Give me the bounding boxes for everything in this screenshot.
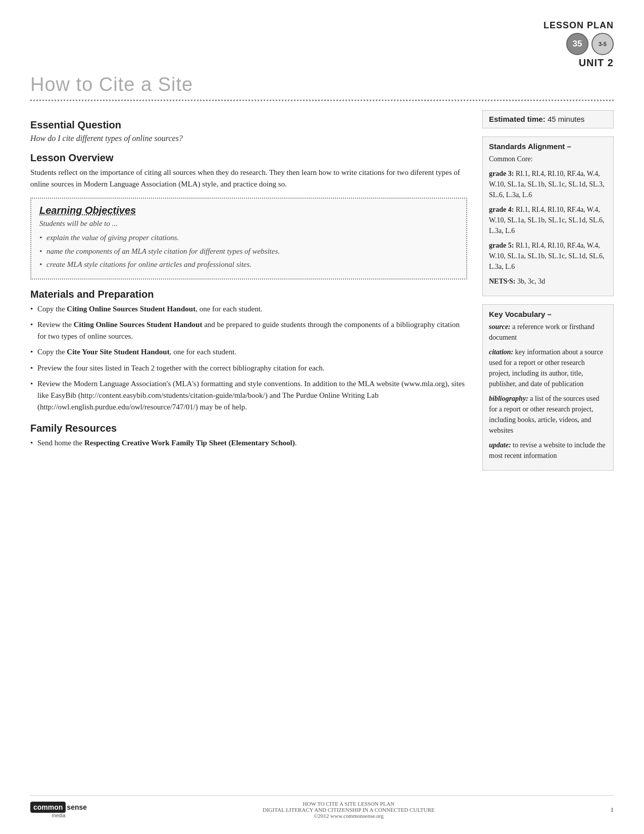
vocab-source: source: a reference work or firsthand do… <box>489 321 607 343</box>
nets-values: 3b, 3c, 3d <box>517 277 545 285</box>
footer: common sense media HOW TO CITE A SITE LE… <box>30 795 614 819</box>
estimated-time-text: Estimated time: 45 minutes <box>489 115 584 123</box>
page: LESSON PLAN 35 3-5 UNIT 2 How to Cite a … <box>0 0 644 834</box>
standards-body: Common Core: grade 3: RI.1, RI.4, RI.10,… <box>489 154 607 287</box>
common-core-label: Common Core: <box>489 154 607 164</box>
vocab-term-bibliography: bibliography: <box>489 395 528 402</box>
estimated-time-label: Estimated time: <box>489 115 546 123</box>
badge-number: 35 <box>566 33 588 55</box>
bold-text: Cite Your Site Student Handout <box>67 348 169 356</box>
lesson-overview-text: Students reflect on the importance of ci… <box>30 167 467 190</box>
vocabulary-body: source: a reference work or firsthand do… <box>489 321 607 461</box>
footer-logo: common sense media <box>30 802 87 818</box>
grade3-standards: grade 3: RI.1, RI.4, RI.10, RF.4a, W.4, … <box>489 168 607 200</box>
grade5-standards: grade 5: RI.1, RI.4, RI.10, RF.4a, W.4, … <box>489 240 607 272</box>
key-vocabulary-box: Key Vocabulary – source: a reference wor… <box>482 304 614 471</box>
badge-grade-icon: 3-5 <box>591 33 614 55</box>
estimated-time-box: Estimated time: 45 minutes <box>482 110 614 128</box>
list-item: explain the value of giving proper citat… <box>39 232 458 244</box>
vocab-citation: citation: key information about a source… <box>489 347 607 389</box>
essential-question-title: Essential Question <box>30 119 467 131</box>
family-resources-title: Family Resources <box>30 423 467 434</box>
bold-text: Citing Online Sources Student Handout <box>67 305 195 313</box>
vocab-term-source: source: <box>489 323 511 331</box>
footer-text: HOW TO CITE A SITE LESSON PLAN DIGITAL L… <box>102 801 595 819</box>
left-column: Essential Question How do I cite differe… <box>30 110 467 479</box>
learning-objectives-title: Learning Objectives <box>39 205 458 216</box>
list-item: Copy the Citing Online Sources Student H… <box>30 303 467 315</box>
list-item: Copy the Cite Your Site Student Handout,… <box>30 346 467 358</box>
main-layout: Essential Question How do I cite differe… <box>30 110 614 479</box>
nets-standards: NETS·S: 3b, 3c, 3d <box>489 276 607 287</box>
list-item: Preview the four sites listed in Teach 2… <box>30 362 467 374</box>
vocab-bibliography: bibliography: a list of the sources used… <box>489 393 607 436</box>
list-item: Review the Modern Language Association's… <box>30 378 467 413</box>
logo-common: common <box>30 802 66 813</box>
materials-title: Materials and Preparation <box>30 289 467 300</box>
list-item: Send home the Respecting Creative Work F… <box>30 437 467 449</box>
list-item: create MLA style citations for online ar… <box>39 259 458 270</box>
lo-list: explain the value of giving proper citat… <box>39 232 458 270</box>
bold-text: Citing Online Sources Student Handout <box>74 320 203 329</box>
vocab-term-update: update: <box>489 441 511 449</box>
logo-block: common sense media <box>30 802 87 818</box>
header-right: LESSON PLAN 35 3-5 UNIT 2 <box>523 20 614 69</box>
grade4-label: grade 4: <box>489 206 514 213</box>
logo-sense: sense <box>67 803 87 811</box>
essential-question-text: How do I cite different types of online … <box>30 134 467 143</box>
footer-line1: HOW TO CITE A SITE LESSON PLAN <box>102 801 595 807</box>
standards-alignment-box: Standards Alignment – Common Core: grade… <box>482 136 614 296</box>
learning-objectives-box: Learning Objectives Students will be abl… <box>30 198 467 280</box>
list-item: name the components of an MLA style cita… <box>39 246 458 257</box>
lo-subtitle: Students will be able to ... <box>39 219 458 228</box>
logo-media: media <box>52 813 65 818</box>
nets-label: NETS·S: <box>489 277 516 285</box>
footer-line2: DIGITAL LITERACY AND CITIZENSHIP IN A CO… <box>102 807 595 813</box>
lesson-overview-title: Lesson Overview <box>30 152 467 164</box>
bold-text: Respecting Creative Work Family Tip Shee… <box>84 439 295 447</box>
page-title: How to Cite a Site <box>30 74 614 96</box>
grade4-standards: grade 4: RI.1, RI.4, RI.10, RF.4a, W.4, … <box>489 204 607 236</box>
family-resources-list: Send home the Respecting Creative Work F… <box>30 437 467 449</box>
grade3-label: grade 3: <box>489 170 514 177</box>
vocab-update: update: to revise a website to include t… <box>489 440 607 461</box>
estimated-time-value: 45 minutes <box>548 115 584 123</box>
lesson-plan-label: LESSON PLAN <box>543 20 614 31</box>
badges: 35 3-5 <box>566 33 614 55</box>
right-column: Estimated time: 45 minutes Standards Ali… <box>482 110 614 479</box>
vocabulary-title: Key Vocabulary – <box>489 310 607 318</box>
materials-list: Copy the Citing Online Sources Student H… <box>30 303 467 413</box>
footer-line3: ©2012 www.commonsense.org <box>102 813 595 819</box>
unit-label: UNIT 2 <box>579 57 614 69</box>
footer-page-number: 1 <box>611 806 614 814</box>
list-item: Review the Citing Online Sources Student… <box>30 319 467 343</box>
standards-title: Standards Alignment – <box>489 142 607 151</box>
vocab-term-citation: citation: <box>489 348 513 356</box>
grade5-label: grade 5: <box>489 242 514 249</box>
header: LESSON PLAN 35 3-5 UNIT 2 <box>30 20 614 69</box>
header-divider <box>30 100 614 101</box>
